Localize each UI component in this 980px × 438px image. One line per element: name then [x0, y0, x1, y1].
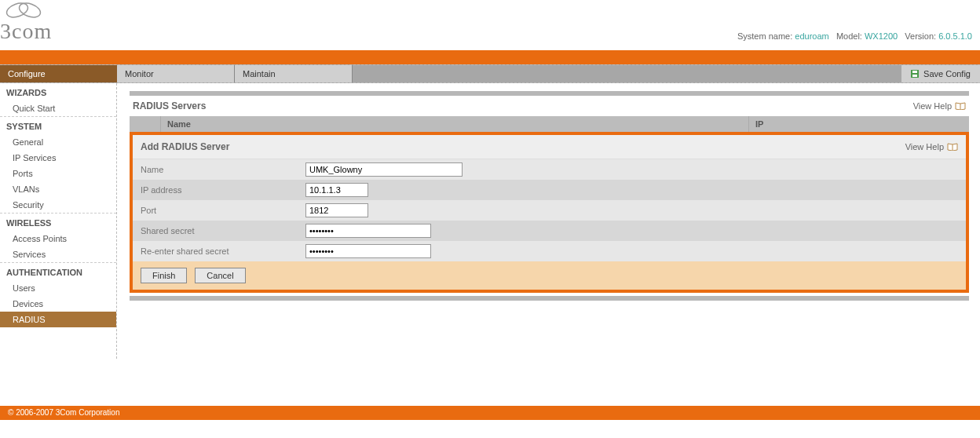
- main-tabs: Configure Monitor Maintain Save Config: [0, 64, 980, 83]
- sidebar-item-access-points[interactable]: Access Points: [0, 231, 116, 246]
- port-label: Port: [141, 206, 305, 215]
- book-icon: [955, 102, 966, 110]
- save-config-label: Save Config: [923, 65, 971, 82]
- sidebar-group-wireless: WIRELESS: [0, 213, 116, 231]
- top-thick-bar: [130, 91, 969, 96]
- svg-rect-3: [912, 71, 917, 73]
- secret-label: Shared secret: [141, 226, 305, 235]
- logo: 3com: [0, 2, 52, 44]
- floppy-disk-icon: [911, 70, 919, 78]
- sys-name-label: System name:: [737, 31, 792, 41]
- sidebar-item-vlans[interactable]: VLANs: [0, 181, 116, 197]
- tab-monitor[interactable]: Monitor: [117, 65, 235, 82]
- version-label: Version:: [905, 31, 936, 41]
- system-info: System name: eduroam Model: WX1200 Versi…: [737, 31, 972, 44]
- model-value: WX1200: [865, 31, 898, 41]
- add-radius-form: Add RADIUS Server View Help Name IP addr…: [130, 132, 969, 293]
- sidebar-item-security[interactable]: Security: [0, 197, 116, 213]
- sidebar-item-users[interactable]: Users: [0, 280, 116, 296]
- book-icon: [947, 143, 958, 151]
- logo-rings-icon: [0, 2, 47, 19]
- view-help-label: View Help: [913, 101, 952, 111]
- cancel-button[interactable]: Cancel: [195, 268, 245, 283]
- secret-input[interactable]: [305, 224, 431, 238]
- servers-table-header: Name IP: [130, 116, 969, 132]
- tab-configure[interactable]: Configure: [0, 65, 117, 82]
- sidebar-item-ports[interactable]: Ports: [0, 166, 116, 181]
- col-ip[interactable]: IP: [749, 116, 969, 132]
- sys-name-value: eduroam: [795, 31, 828, 41]
- sidebar-item-radius[interactable]: RADIUS: [0, 312, 116, 327]
- svg-point-1: [17, 2, 42, 19]
- name-label: Name: [141, 165, 305, 174]
- orange-divider: [0, 50, 980, 64]
- sidebar-group-system: SYSTEM: [0, 116, 116, 134]
- form-view-help-label: View Help: [905, 142, 944, 151]
- form-title: Add RADIUS Server: [141, 141, 229, 152]
- logo-text: 3com: [0, 19, 52, 44]
- main-content: RADIUS Servers View Help Name IP Add RAD…: [117, 83, 980, 359]
- sidebar-item-devices[interactable]: Devices: [0, 296, 116, 312]
- svg-point-0: [5, 2, 30, 19]
- sidebar-item-general[interactable]: General: [0, 134, 116, 150]
- col-spacer: [130, 116, 161, 132]
- view-help-link[interactable]: View Help: [913, 101, 966, 111]
- sidebar-item-ip-services[interactable]: IP Services: [0, 150, 116, 166]
- ip-label: IP address: [141, 185, 305, 195]
- sidebar: WIZARDS Quick Start SYSTEM General IP Se…: [0, 83, 117, 359]
- save-config-button[interactable]: Save Config: [901, 65, 980, 82]
- header: 3com System name: eduroam Model: WX1200 …: [0, 0, 980, 47]
- sidebar-item-quick-start[interactable]: Quick Start: [0, 100, 116, 116]
- footer: © 2006-2007 3Com Corporation: [0, 406, 980, 420]
- port-input[interactable]: [305, 203, 368, 217]
- secret2-input[interactable]: [305, 244, 431, 258]
- footer-space: [0, 359, 980, 406]
- sidebar-group-wizards: WIZARDS: [0, 83, 116, 100]
- finish-button[interactable]: Finish: [141, 268, 187, 283]
- sidebar-item-services[interactable]: Services: [0, 246, 116, 262]
- svg-rect-4: [912, 75, 917, 77]
- form-view-help-link[interactable]: View Help: [905, 142, 958, 151]
- name-input[interactable]: [305, 162, 463, 177]
- page-title: RADIUS Servers: [133, 100, 206, 111]
- version-value: 6.0.5.1.0: [938, 31, 972, 41]
- secret2-label: Re-enter shared secret: [141, 246, 305, 256]
- tab-spacer: [353, 65, 901, 82]
- sidebar-group-authentication: AUTHENTICATION: [0, 262, 116, 280]
- ip-input[interactable]: [305, 183, 368, 197]
- col-name[interactable]: Name: [161, 116, 749, 132]
- tab-maintain[interactable]: Maintain: [235, 65, 353, 82]
- bottom-thick-bar: [130, 296, 969, 301]
- model-label: Model:: [836, 31, 862, 41]
